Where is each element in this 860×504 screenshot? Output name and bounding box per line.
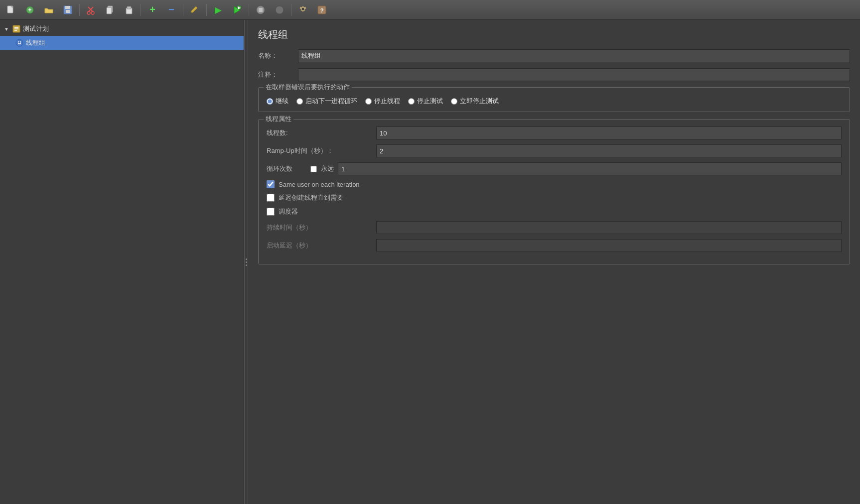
comment-row: 注释： [258,68,850,81]
splitter-dot-1 [246,258,247,260]
run-button[interactable]: ▶ [209,2,227,18]
radio-stop-thread-input[interactable] [365,98,372,105]
same-user-label[interactable]: Same user on each iteration [279,181,360,188]
error-action-radio-group: 继续 启动下一进程循环 停止线程 停止测试 立即停止测试 [267,94,842,106]
test-plan-icon [12,24,21,33]
error-action-title: 在取样器错误后要执行的动作 [264,83,352,92]
toolbar-sep-1 [79,4,80,16]
svg-text:+: + [28,6,31,13]
startup-delay-label: 启动延迟（秒） [267,241,376,250]
name-row: 名称： [258,49,850,62]
sidebar-item-thread-group[interactable]: 线程组 [0,36,244,50]
new-file-button[interactable] [2,2,20,18]
svg-point-22 [276,6,284,14]
radio-continue[interactable]: 继续 [267,97,288,106]
radio-continue-label: 继续 [276,97,288,106]
test-plan-label: 测试计划 [23,24,49,33]
radio-stop-test-input[interactable] [408,98,415,105]
svg-point-31 [18,41,20,43]
duration-row: 持续时间（秒） [267,221,842,234]
radio-stop-test[interactable]: 停止测试 [408,97,443,106]
thread-count-input[interactable] [376,126,842,139]
remove-button[interactable]: − [162,2,180,18]
thread-group-icon [15,38,24,47]
radio-stop-now-input[interactable] [451,98,457,105]
sidebar-item-test-plan[interactable]: ▼ 测试计划 [0,22,244,36]
loop-count-input[interactable] [338,162,842,175]
delay-create-checkbox[interactable] [267,194,275,202]
thread-props-title: 线程属性 [264,115,293,124]
toolbar-sep-6 [291,4,291,16]
toolbar: + + − ▶ ▶ ? [0,0,860,20]
delay-create-label[interactable]: 延迟创建线程直到需要 [279,193,343,202]
radio-stop-thread-label: 停止线程 [374,97,400,106]
radio-continue-input[interactable] [267,98,273,105]
startup-delay-row: 启动延迟（秒） [267,239,842,252]
run-remote-button[interactable]: ▶ [228,2,246,18]
startup-delay-input[interactable] [376,239,842,252]
svg-text:?: ? [320,7,324,13]
error-action-group: 在取样器错误后要执行的动作 继续 启动下一进程循环 停止线程 停止测试 [258,87,850,112]
stop-button[interactable] [252,2,270,18]
config-button[interactable] [294,2,312,18]
ramp-up-input[interactable] [376,144,842,157]
loop-forever-checkbox[interactable] [310,166,317,172]
comment-label: 注释： [258,70,298,79]
same-user-row: Same user on each iteration [267,180,842,188]
svg-rect-7 [66,10,70,13]
toolbar-sep-2 [141,4,141,16]
same-user-checkbox[interactable] [267,180,275,188]
toolbar-sep-3 [183,4,183,16]
save-button[interactable] [59,2,77,18]
help-button[interactable]: ? [313,2,331,18]
scheduler-label[interactable]: 调度器 [279,207,298,216]
name-input[interactable] [298,49,850,62]
radio-next-loop-input[interactable] [296,98,303,105]
thread-count-label: 线程数: [267,128,376,137]
svg-rect-13 [107,7,112,14]
toolbar-sep-5 [249,4,249,16]
radio-stop-now[interactable]: 立即停止测试 [451,97,499,106]
add-button[interactable]: + [143,2,161,18]
loop-count-row: 循环次数 永远 [267,162,842,175]
page-title: 线程组 [258,28,850,41]
ramp-up-row: Ramp-Up时间（秒）： [267,144,842,157]
splitter-handle[interactable] [244,20,248,504]
edit-button[interactable] [186,2,204,18]
copy-button[interactable] [101,2,119,18]
thread-count-row: 线程数: [267,126,842,139]
svg-text:▶: ▶ [238,5,241,10]
svg-rect-6 [65,6,70,9]
content-area: 线程组 名称： 注释： 在取样器错误后要执行的动作 继续 启动下一进程循环 [248,20,860,504]
delay-create-row: 延迟创建线程直到需要 [267,193,842,202]
name-label: 名称： [258,51,298,60]
loop-forever-label: 永远 [321,164,334,173]
svg-rect-15 [127,6,131,9]
radio-next-loop[interactable]: 启动下一进程循环 [296,97,357,106]
radio-stop-now-label: 立即停止测试 [460,97,499,106]
loop-label: 循环次数 [267,164,306,173]
ramp-up-label: Ramp-Up时间（秒）： [267,146,376,155]
scheduler-row: 调度器 [267,207,842,216]
add-tree-button[interactable]: + [21,2,39,18]
toolbar-sep-4 [206,4,207,16]
thread-properties-group: 线程属性 线程数: Ramp-Up时间（秒）： 循环次数 永远 Sa [258,119,850,264]
duration-label: 持续时间（秒） [267,223,376,232]
splitter-dot-2 [246,261,247,263]
open-button[interactable] [40,2,58,18]
paste-button[interactable] [120,2,138,18]
clear-button[interactable] [271,2,288,18]
cut-button[interactable] [82,2,100,18]
svg-rect-21 [259,8,263,12]
sidebar: ▼ 测试计划 线程组 [0,20,244,504]
main-layout: ▼ 测试计划 线程组 线程组 名称： 注释： [0,20,860,504]
comment-input[interactable] [298,68,850,81]
thread-group-label: 线程组 [26,38,45,47]
duration-input[interactable] [376,221,842,234]
scheduler-checkbox[interactable] [267,208,275,216]
tree-arrow-icon: ▼ [4,26,10,32]
radio-next-loop-label: 启动下一进程循环 [305,97,357,106]
radio-stop-thread[interactable]: 停止线程 [365,97,400,106]
splitter-dot-3 [246,264,247,266]
svg-point-23 [302,7,304,10]
